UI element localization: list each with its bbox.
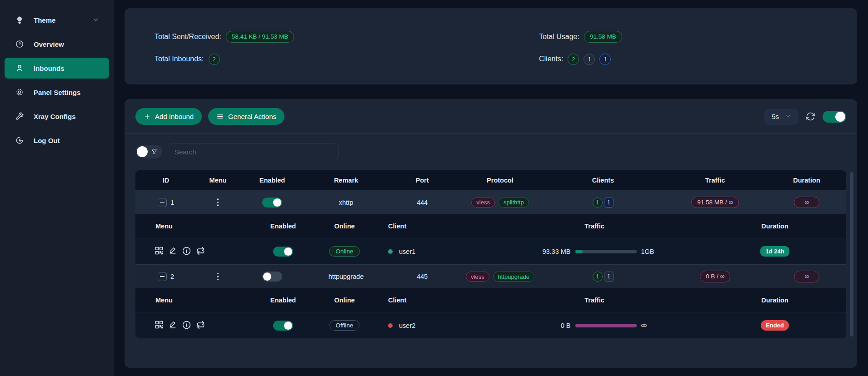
sidebar-item-xray-configs[interactable]: Xray Configs (5, 106, 109, 127)
protocol-badge: splithttp (499, 198, 529, 208)
sub-col-enabled: Enabled (249, 297, 317, 304)
client-row-user1: Online user1 93.33 MB 1GB 1d 24h (135, 238, 846, 264)
col-header-duration: Duration (767, 177, 846, 184)
protocol-badge: vless (471, 198, 495, 208)
traffic-used: 0 B (532, 322, 571, 329)
reset-traffic-icon[interactable] (196, 246, 205, 257)
client-duration-badge: Ended (761, 320, 789, 331)
stats-card: Total Sent/Received: 58.41 KB / 91.53 MB… (125, 8, 857, 84)
col-header-remark: Remark (305, 177, 387, 184)
app-root: Theme Overview Inbounds Panel Settings (0, 0, 868, 376)
chevron-down-icon (93, 16, 99, 24)
stat-label: Clients: (539, 55, 563, 63)
filter-funnel-icon (151, 148, 158, 155)
sidebar-item-label: Log Out (34, 137, 60, 144)
info-icon[interactable] (182, 320, 191, 331)
stat-clients: Clients: 2 1 1 (539, 54, 827, 65)
sub-col-duration: Duration (703, 223, 846, 230)
row-menu-icon[interactable] (215, 271, 221, 282)
gear-icon (15, 87, 25, 97)
col-header-port: Port (387, 177, 457, 184)
add-inbound-label: Add Inbound (155, 113, 194, 120)
sidebar-item-theme[interactable]: Theme (5, 10, 109, 30)
sub-col-client: Client (372, 223, 485, 230)
sub-col-online: Online (317, 297, 372, 304)
protocol-badge: httpupgrade (493, 272, 534, 282)
qrcode-icon[interactable] (155, 246, 164, 257)
bulb-icon (15, 15, 25, 25)
online-status-badge: Online (329, 246, 359, 257)
inbound-remark: xhttp (305, 199, 387, 206)
add-inbound-button[interactable]: Add Inbound (135, 108, 202, 125)
traffic-progress-fill (575, 324, 637, 327)
collapse-row-button[interactable] (158, 272, 167, 281)
inbound-2-clients-section: Menu Enabled Online Client Traffic Durat… (135, 288, 846, 338)
inbound-row-1: 1 xhttp 444 vless splithttp 1 1 91.58 MB… (135, 190, 846, 214)
auto-refresh-toggle[interactable] (823, 111, 846, 123)
general-actions-label: General Actions (228, 113, 276, 120)
client-count-badge: 1 (593, 198, 603, 208)
inbound-enabled-toggle[interactable] (262, 272, 282, 282)
logout-icon (15, 135, 25, 145)
sidebar-item-panel-settings[interactable]: Panel Settings (5, 82, 109, 103)
sub-col-menu: Menu (135, 223, 249, 230)
chevron-down-icon (785, 113, 791, 120)
col-header-enabled: Enabled (239, 177, 305, 184)
inbound-enabled-toggle[interactable] (262, 198, 282, 208)
sub-col-traffic: Traffic (485, 223, 703, 230)
traffic-total: 1GB (641, 248, 658, 255)
person-icon (15, 63, 25, 73)
sub-col-duration: Duration (703, 297, 846, 304)
refresh-icon[interactable] (806, 112, 815, 121)
inbound-port: 444 (387, 199, 457, 206)
protocol-badge: vless (466, 272, 489, 282)
sidebar-item-label: Theme (34, 16, 55, 24)
stat-sent-received-badge: 58.41 KB / 91.53 MB (226, 31, 294, 43)
stat-total-inbounds-badge: 2 (209, 54, 220, 65)
col-header-traffic: Traffic (663, 177, 767, 184)
edit-icon[interactable] (168, 320, 177, 331)
table-scrollbar[interactable] (850, 172, 853, 336)
toggle-knob (263, 272, 271, 281)
traffic-used: 93.33 MB (532, 248, 571, 255)
refresh-interval-value: 5s (772, 113, 779, 120)
sidebar: Theme Overview Inbounds Panel Settings (0, 0, 114, 376)
client-name: user2 (399, 322, 415, 329)
general-actions-button[interactable]: General Actions (208, 108, 284, 125)
traffic-progress-bar (575, 250, 637, 253)
search-row (135, 143, 846, 160)
inbound-1-clients-section: Menu Enabled Online Client Traffic Durat… (135, 214, 846, 264)
wrench-icon (15, 111, 25, 121)
sidebar-item-inbounds[interactable]: Inbounds (5, 58, 109, 79)
sidebar-item-logout[interactable]: Log Out (5, 130, 109, 151)
qrcode-icon[interactable] (155, 320, 164, 331)
edit-icon[interactable] (168, 246, 177, 257)
client-enabled-toggle[interactable] (273, 247, 293, 257)
table-header-row: ID Menu Enabled Remark Port Protocol Cli… (135, 170, 846, 190)
traffic-progress-bar (575, 324, 637, 327)
toolbar: Add Inbound General Actions 5s (135, 108, 846, 125)
stat-label: Total Inbounds: (155, 55, 204, 63)
filter-toggle[interactable] (135, 145, 162, 158)
stat-sent-received: Total Sent/Received: 58.41 KB / 91.53 MB (155, 31, 539, 43)
traffic-badge: 0 B / ∞ (700, 271, 730, 282)
row-menu-icon[interactable] (215, 197, 221, 208)
toggle-knob (284, 322, 292, 330)
info-icon[interactable] (182, 246, 191, 257)
toolbar-right: 5s (764, 109, 846, 125)
refresh-interval-select[interactable]: 5s (764, 109, 798, 125)
sidebar-item-label: Xray Configs (34, 113, 76, 120)
inbound-id: 1 (170, 199, 174, 206)
sidebar-item-overview[interactable]: Overview (5, 34, 109, 54)
client-enabled-toggle[interactable] (273, 321, 293, 331)
clients-header-row: Menu Enabled Online Client Traffic Durat… (135, 214, 846, 238)
reset-traffic-icon[interactable] (196, 320, 205, 331)
col-header-protocol: Protocol (457, 177, 543, 184)
client-status-dot (388, 323, 393, 328)
inbound-row-2: 2 httpupgrade 445 vless httpupgrade 1 1 … (135, 264, 846, 288)
search-input[interactable] (168, 143, 339, 160)
collapse-row-button[interactable] (158, 198, 167, 207)
client-status-dot (388, 249, 393, 254)
sidebar-item-label: Inbounds (34, 64, 65, 72)
clients-offline-badge: 1 (584, 54, 595, 65)
